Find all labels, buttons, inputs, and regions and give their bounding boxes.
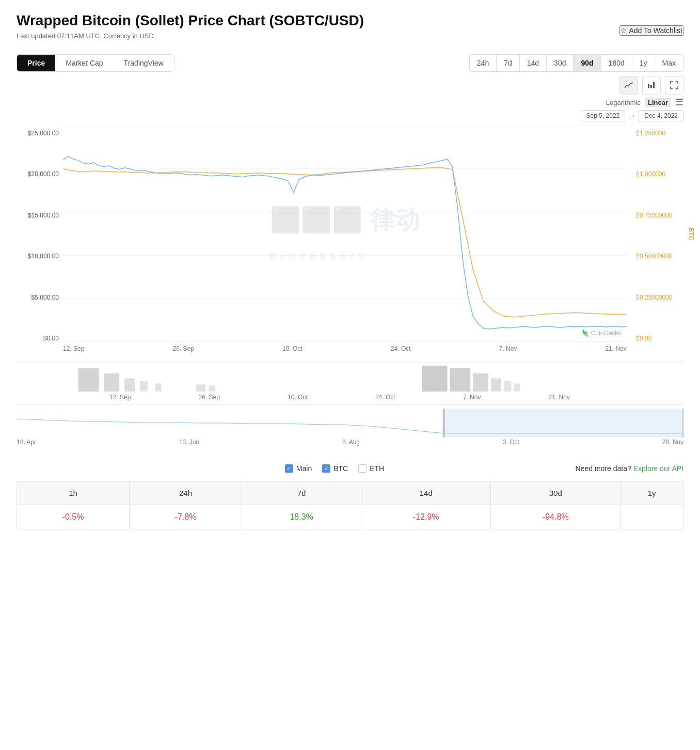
y-axis-left: $25,000.00 $20,000.00 $15,000.00 $10,000… [17,126,63,342]
line-chart-button[interactable] [619,76,638,95]
tab-price[interactable]: Price [17,55,55,71]
stats-val-14d: -12.9% [361,505,491,529]
stats-header-14d: 14d [361,481,491,505]
svg-rect-13 [155,383,162,392]
x-label-3: 24. Oct [391,345,411,352]
y-label-4: $5,000.00 [17,294,59,301]
stats-header-30d: 30d [491,481,621,505]
tab-max[interactable]: Max [655,54,683,72]
expand-button[interactable] [665,76,683,95]
y-label-1: $20,000.00 [17,170,59,178]
y-right-label-0: ₿1.250000 [636,130,683,137]
stats-header-row: 1h 24h 7d 14d 30d 1y [17,481,683,505]
date-end[interactable]: Dec 4, 2022 [639,110,683,121]
svg-rect-19 [491,378,501,392]
tab-market-cap[interactable]: Market Cap [55,55,113,71]
menu-icon[interactable]: ☰ [675,97,683,108]
overview-x-4: 28. Nov [662,439,683,446]
stats-header-7d: 7d [242,481,361,505]
y-right-label-2: ₿0.75000000 [636,212,683,219]
legend-main-label: Main [296,464,312,473]
stats-val-30d: -94.8% [491,505,621,529]
tab-trading-view[interactable]: TradingView [114,55,174,71]
x-label-4: 7. Nov [499,345,517,352]
watchlist-button[interactable]: ☆ Add To Watchlist [619,25,684,36]
volume-chart-inner [63,363,627,392]
api-link[interactable]: Explore our API [633,464,683,473]
svg-rect-23 [443,409,445,437]
y-right-label-1: ₿1.000000 [636,170,683,178]
overview-x-3: 3. Oct [503,439,519,446]
legend-btc-checkbox[interactable]: ✓ [322,464,330,473]
x-label-5: 21. Nov [606,345,627,352]
tab-30d[interactable]: 30d [546,54,573,72]
svg-rect-2 [653,82,655,88]
x-label-2: 10. Oct [282,345,303,352]
chart-svg-container: ⬛⬛⬛ 律动BLOCKBEATS [63,126,627,342]
y-right-label-5: ₿0.00 [636,335,683,342]
date-arrow-icon: → [628,112,635,120]
x-label-0: 12. Sep [63,345,84,352]
legend-btc: ✓ BTC [322,464,348,473]
tab-1y[interactable]: 1y [632,54,655,72]
stats-header-1h: 1h [17,481,130,505]
header-row: Wrapped Bitcoin (Sollet) Price Chart (SO… [17,12,683,48]
svg-rect-16 [422,366,448,392]
stats-val-24h: -7.8% [129,505,242,529]
legend-btc-label: BTC [333,464,348,473]
svg-rect-15 [209,385,215,392]
svg-rect-0 [648,84,649,88]
bar-chart-button[interactable] [642,76,661,95]
legend-eth-label: ETH [370,464,384,473]
svg-rect-1 [650,85,652,88]
stats-header-1y: 1y [621,481,683,505]
svg-rect-11 [124,378,135,392]
date-start[interactable]: Sep 5, 2022 [581,110,626,121]
tab-24h[interactable]: 24h [469,54,496,72]
mini-x-1: 26. Sep [199,394,220,401]
y-label-5: $0.00 [17,335,59,342]
svg-rect-24 [682,409,683,437]
api-link-section: Need more data? Explore our API [415,464,683,473]
mini-x-axis: 12. Sep 26. Sep 10. Oct 24. Oct 7. Nov 2… [63,392,627,404]
logarithmic-label: Logarithmic [606,99,641,106]
left-tab-group: Price Market Cap TradingView [17,54,174,72]
y-label-2: $15,000.00 [17,212,59,219]
volume-chart-area: 12. Sep 26. Sep 10. Oct 24. Oct 7. Nov 2… [17,363,683,404]
svg-rect-12 [140,381,148,392]
mini-x-5: 21. Nov [549,394,570,401]
tab-row: Price Market Cap TradingView 24h 7d 14d … [17,54,683,72]
stats-val-1y [621,505,683,529]
tab-90d[interactable]: 90d [573,54,600,72]
date-range-row: Sep 5, 2022 → Dec 4, 2022 [17,110,683,121]
svg-rect-10 [104,373,119,392]
y-right-label-3: ₿0.50000000 [636,253,683,260]
overview-inner [17,409,683,437]
mini-x-4: 7. Nov [463,394,481,401]
legend-row: ✓ Main ✓ BTC ETH Need more data? Explore… [17,456,683,477]
linear-button[interactable]: Linear [645,98,671,107]
tab-14d[interactable]: 14d [519,54,546,72]
overview-x-2: 8. Aug [342,439,360,446]
coingecko-watermark: 🦎 CoinGecko [581,330,622,337]
svg-rect-17 [450,368,471,392]
svg-rect-14 [196,384,205,392]
y-label-0: $25,000.00 [17,130,59,137]
svg-rect-22 [444,409,683,437]
svg-rect-9 [78,368,99,392]
legend-items: ✓ Main ✓ BTC ETH [285,464,384,473]
page-subtitle: Last updated 07:11AM UTC. Currency in US… [17,32,364,40]
chart-controls [17,76,683,95]
y-label-3: $10,000.00 [17,253,59,260]
legend-eth-checkbox[interactable] [358,464,367,473]
y-right-label-4: ₿0.25000000 [636,294,683,301]
stats-table: 1h 24h 7d 14d 30d 1y -0.5% -7.8% 18.3% -… [17,481,683,529]
page-container: Wrapped Bitcoin (Sollet) Price Chart (SO… [0,0,700,542]
svg-rect-20 [504,381,512,392]
tab-7d[interactable]: 7d [496,54,519,72]
tab-180d[interactable]: 180d [601,54,632,72]
mini-x-3: 24. Oct [375,394,395,401]
stats-val-1h: -0.5% [17,505,130,529]
legend-eth: ETH [358,464,384,473]
legend-main-checkbox[interactable]: ✓ [285,464,293,473]
